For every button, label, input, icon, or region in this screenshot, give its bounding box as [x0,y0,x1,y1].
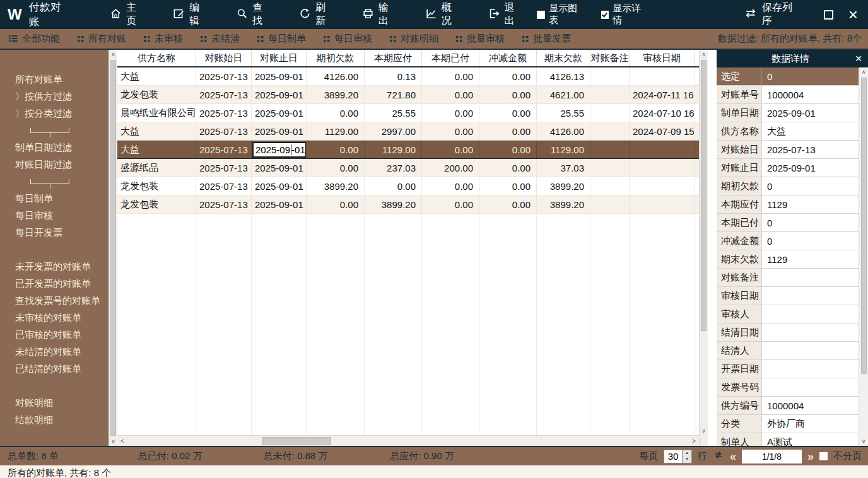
detail-field-value[interactable]: 0 [762,214,859,231]
table-cell[interactable]: 1129.00 [307,122,365,140]
detail-field-row[interactable]: 开票日期 [717,360,859,378]
detail-field-row[interactable]: 制单人A测试 [717,433,859,446]
sidebar-item[interactable]: 对账日期过滤 [0,156,108,173]
detail-field-row[interactable]: 发票号码 [717,378,859,397]
table-cell[interactable]: 2025-09-01 [252,195,307,213]
detail-field-row[interactable]: 本期应付1129 [717,195,859,214]
table-cell[interactable]: 大益 [117,67,196,85]
detail-field-value[interactable]: 0 [762,177,859,195]
detail-field-row[interactable]: 结清人 [717,342,859,360]
table-cell[interactable]: 3899.20 [537,177,590,195]
sidebar-item[interactable]: 对账明细 [0,394,108,411]
table-cell[interactable]: 0.00 [422,104,479,122]
table-row[interactable]: 龙发包装2025-07-132025-09-013899.200.000.000… [117,177,699,195]
table-cell[interactable] [590,86,630,103]
table-row[interactable]: 大益2025-07-132025-09-011129.002997.000.00… [117,122,699,141]
scroll-up-icon[interactable]: ∧ [700,50,708,59]
table-cell[interactable]: 2025-07-13 [196,86,252,103]
detail-field-row[interactable]: 选定0 [717,67,859,86]
table-cell[interactable]: 0.00 [422,195,479,213]
table-cell[interactable]: 0.00 [479,122,537,140]
detail-field-value[interactable] [762,378,859,396]
sidebar-item[interactable]: 每日制单 [0,190,108,207]
sidebar-item[interactable]: 〉按供方过滤 [0,88,108,105]
scroll-down-icon[interactable]: ∨ [700,426,708,435]
column-header[interactable]: 本期已付 [422,50,479,66]
table-cell[interactable] [630,195,695,213]
toolbar-item-unaudited[interactable]: 未审核 [135,33,192,45]
toolbar-item-batch-invoice[interactable]: 批量发票 [513,33,580,45]
sidebar-item[interactable]: 未开发票的对账单 [0,258,108,275]
table-cell[interactable]: 晨鸣纸业有限公司 [117,104,196,122]
detail-field-value[interactable]: 大益 [762,122,859,140]
table-cell[interactable]: 2025-07-13 [196,195,252,213]
sidebar-scrollbar[interactable]: ∧ ∨ [108,50,117,446]
show-chart-toggle[interactable]: 显示图表 [537,3,585,26]
table-cell[interactable]: 3899.20 [307,177,365,195]
scroll-left-icon[interactable]: < [117,438,127,445]
detail-field-value[interactable] [762,360,859,378]
nav-output-button[interactable]: 输出 [348,1,411,28]
scrollbar-thumb[interactable] [262,437,331,445]
detail-field-value[interactable]: 2025-09-01 [762,159,859,177]
table-cell[interactable] [630,67,695,85]
detail-field-value[interactable]: 0 [762,67,859,85]
toolbar-item-all-recon[interactable]: 所有对账 [69,33,135,45]
table-cell[interactable]: 2025-07-13 [196,67,252,85]
scrollbar-thumb[interactable] [110,60,116,436]
table-cell[interactable]: 0.00 [422,122,479,140]
detail-field-row[interactable]: 对账始日2025-07-13 [717,141,859,159]
reload-page-icon[interactable] [713,450,724,463]
sidebar-item[interactable]: 查找发票号的对账单 [0,292,108,309]
scroll-up-icon[interactable]: ∧ [859,67,868,76]
table-cell[interactable]: 25.55 [365,104,422,122]
page-indicator[interactable]: 1/1/8 [742,450,802,463]
table-cell[interactable]: 0.00 [307,195,365,213]
table-cell[interactable] [590,159,630,177]
table-cell[interactable]: 0.00 [365,177,422,195]
next-page-icon[interactable]: » [807,451,814,462]
detail-field-row[interactable]: 供方名称大益 [717,122,859,141]
table-cell[interactable]: 3899.20 [365,195,422,213]
nav-home-button[interactable]: 主页 [96,1,159,28]
table-row[interactable]: 龙发包装2025-07-132025-09-013899.20721.800.0… [117,86,699,104]
table-cell[interactable]: 0.00 [479,67,537,85]
table-cell[interactable] [590,195,630,213]
column-header[interactable]: 期末欠款 [537,50,590,66]
table-cell[interactable]: 0.00 [422,67,479,85]
table-cell[interactable]: 1129.00 [537,141,590,158]
detail-field-value[interactable] [762,287,859,305]
checkbox-icon[interactable] [537,11,545,19]
scrollbar-thumb[interactable] [861,78,867,374]
detail-field-row[interactable]: 期初欠款0 [717,177,859,195]
sidebar-item[interactable]: 未审核的对账单 [0,309,108,326]
table-cell[interactable]: 0.00 [479,195,537,213]
toolbar-item-daily-audited[interactable]: 每日审核 [315,33,381,45]
table-cell[interactable]: 0.00 [307,141,365,158]
toolbar-item-unsettled[interactable]: 未结清 [192,33,249,45]
table-cell[interactable]: 3899.20 [307,86,365,103]
scroll-down-icon[interactable]: ∨ [109,437,117,446]
column-header[interactable]: 对账备注 [590,50,630,66]
table-cell[interactable]: 4126.00 [537,122,590,140]
table-cell[interactable]: 大益 [117,122,196,140]
save-column-order-button[interactable]: 保存列序 [744,1,801,28]
scroll-up-icon[interactable]: ∧ [109,50,117,59]
table-row[interactable]: 龙发包装2025-07-132025-09-010.003899.200.000… [117,195,699,214]
table-cell[interactable]: 龙发包装 [117,86,196,103]
table-row[interactable]: 大益2025-07-132025-09-014126.000.130.000.0… [117,67,699,86]
checkbox-icon[interactable] [601,11,609,19]
scroll-down-icon[interactable]: ∨ [859,437,868,446]
table-cell[interactable]: 2025-09-01 [252,122,307,140]
nav-edit-button[interactable]: 编辑 [159,1,222,28]
nav-refresh-button[interactable]: 刷新 [285,1,348,28]
table-cell[interactable]: 0.00 [479,159,537,177]
table-cell[interactable]: 0.00 [479,141,537,158]
detail-field-value[interactable]: A测试 [762,433,859,446]
detail-field-value[interactable]: 1129 [762,250,859,268]
table-cell[interactable]: 2025-07-13 [196,177,252,195]
show-detail-toggle[interactable]: 显示详情 [601,3,650,26]
maximize-icon[interactable] [824,10,833,20]
table-cell[interactable]: 0.00 [307,104,365,122]
table-cell[interactable]: 盛源纸品 [117,159,196,177]
